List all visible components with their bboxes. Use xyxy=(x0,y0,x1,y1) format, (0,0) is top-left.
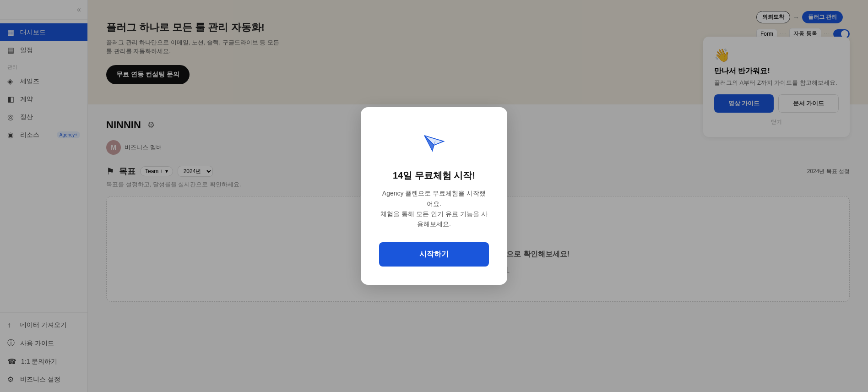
modal-icon-container xyxy=(379,129,489,162)
modal-description: Agency 플랜으로 무료체험을 시작했어요.체험을 통해 모든 인기 유료 … xyxy=(379,188,489,229)
modal-overlay: 14일 무료체험 시작! Agency 플랜으로 무료체험을 시작했어요.체험을… xyxy=(0,0,868,392)
start-trial-button[interactable]: 시작하기 xyxy=(379,242,489,267)
paper-plane-icon xyxy=(421,129,447,155)
modal-title: 14일 무료체험 시작! xyxy=(379,169,489,182)
trial-modal: 14일 무료체험 시작! Agency 플랜으로 무료체험을 시작했어요.체험을… xyxy=(361,107,507,285)
